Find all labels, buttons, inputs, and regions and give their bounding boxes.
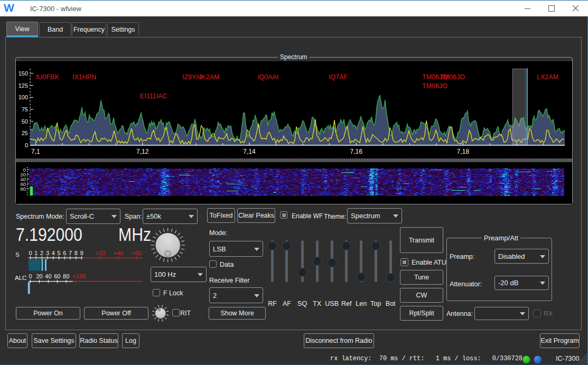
svg-text:0: 0 (25, 142, 28, 148)
svg-text:IQ7AF: IQ7AF (329, 73, 348, 81)
svg-text:IQ0AAI: IQ0AAI (257, 73, 278, 81)
svg-text:1: 1 (34, 250, 38, 256)
svg-text:80: 80 (63, 273, 69, 279)
svg-text:TM06JO: TM06JO (440, 73, 465, 81)
svg-text:EI111IAC: EI111IAC (140, 92, 167, 100)
svg-text:+100: +100 (73, 273, 86, 279)
svg-text:5: 5 (57, 250, 60, 256)
svg-text:60: 60 (54, 273, 60, 279)
svg-text:IX1HPN: IX1HPN (72, 73, 96, 81)
svg-text:7,18: 7,18 (457, 148, 470, 155)
svg-text:7,16: 7,16 (350, 148, 363, 155)
svg-text:75: 75 (22, 106, 28, 113)
svg-text:S: S (15, 251, 20, 258)
svg-text:150: 150 (18, 70, 28, 77)
svg-text:+20: +20 (95, 250, 105, 256)
svg-text:7,1: 7,1 (31, 148, 40, 155)
svg-text:IU0FBK: IU0FBK (36, 73, 59, 81)
svg-text:+40: +40 (113, 250, 123, 256)
svg-text:20: 20 (36, 273, 42, 279)
svg-text:50: 50 (22, 118, 28, 125)
svg-text:100: 100 (18, 94, 28, 100)
svg-text:4: 4 (52, 250, 55, 256)
svg-text:8: 8 (74, 250, 78, 256)
svg-text:0: 0 (29, 273, 32, 279)
svg-text:7,14: 7,14 (243, 148, 256, 155)
svg-text:LX2AM: LX2AM (537, 73, 558, 81)
svg-text:TM06JO: TM06JO (422, 82, 447, 90)
svg-text:ALC: ALC (15, 275, 26, 281)
svg-text:7: 7 (69, 250, 72, 256)
svg-text:2: 2 (40, 250, 43, 256)
svg-text:6: 6 (63, 250, 66, 256)
svg-text:7,12: 7,12 (136, 148, 149, 155)
svg-text:125: 125 (18, 82, 28, 89)
svg-text:3: 3 (46, 250, 49, 256)
svg-text:IZ8YAI: IZ8YAI (182, 73, 202, 81)
svg-text:9: 9 (80, 250, 83, 256)
svg-text:40: 40 (45, 273, 51, 279)
svg-text:IK2AM: IK2AM (200, 73, 220, 81)
svg-text:0: 0 (29, 250, 32, 256)
svg-text:+60: +60 (132, 250, 142, 256)
svg-text:80: 80 (20, 186, 26, 192)
svg-text:25: 25 (22, 130, 28, 136)
